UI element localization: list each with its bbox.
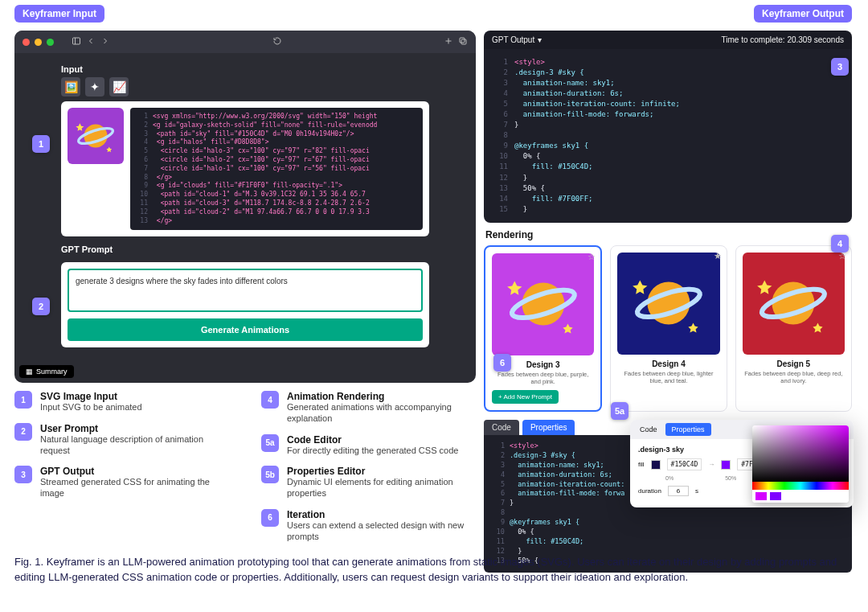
- stats-mode-icon[interactable]: 📈: [109, 77, 129, 97]
- prompt-section-label: GPT Prompt: [61, 244, 429, 254]
- tab-code[interactable]: Code: [484, 420, 519, 435]
- color-picker[interactable]: [752, 425, 849, 503]
- design-card[interactable]: ☆ Design 5 Fades between deep blue, deep…: [735, 245, 852, 412]
- left-app-window: Input 🖼️ ✦ 📈 1<svg xmlns="http://www.w3.…: [14, 31, 476, 383]
- design-cards-row: ☆ Design 3 Fades between deep blue, purp…: [484, 245, 852, 412]
- arrow-icon: →: [708, 461, 714, 468]
- add-new-prompt-button[interactable]: + Add New Prompt: [492, 390, 559, 404]
- prompt-card: generate 3 designs where the sky fades i…: [61, 262, 429, 347]
- legend-desc: Natural language description of animatio…: [40, 434, 229, 457]
- design-title: Design 3: [526, 360, 560, 369]
- legend-badge: 1: [14, 391, 32, 409]
- design-title: Design 4: [652, 359, 686, 368]
- figure-legend: 1 SVG Image Input Input SVG to be animat…: [14, 391, 476, 542]
- design-thumbnail: [492, 253, 594, 355]
- popover-tab-properties[interactable]: Properties: [665, 423, 711, 436]
- legend-title: GPT Output: [40, 466, 229, 477]
- legend-title: SVG Image Input: [40, 391, 142, 402]
- completion-time-label: Time to complete: 20.309 seconds: [722, 35, 845, 44]
- prompt-textarea[interactable]: generate 3 designs where the sky fades i…: [68, 269, 423, 312]
- sidebar-toggle-icon[interactable]: [72, 36, 81, 47]
- design-title: Design 5: [776, 359, 810, 368]
- marker-5a: 5a: [611, 402, 628, 420]
- duration-unit: s: [695, 487, 698, 495]
- legend-item: 5a Code Editor For directly editing the …: [261, 434, 476, 457]
- reload-icon[interactable]: [272, 36, 282, 47]
- tab-properties[interactable]: Properties: [522, 420, 575, 435]
- legend-item: 4 Animation Rendering Generated animatio…: [261, 391, 476, 425]
- keyframer-input-tag: Keyframer Input: [14, 5, 104, 23]
- traffic-light-max[interactable]: [47, 39, 54, 46]
- legend-title: User Prompt: [40, 423, 229, 434]
- legend-badge: 6: [261, 509, 279, 527]
- svg-rect-1: [460, 38, 465, 43]
- legend-desc: For directly editing the generated CSS c…: [287, 446, 458, 457]
- marker-2: 2: [32, 298, 50, 315]
- summary-label: Summary: [36, 368, 68, 376]
- legend-badge: 5a: [261, 434, 279, 452]
- picker-swatch-b[interactable]: [770, 492, 781, 500]
- pct-0: 0%: [665, 475, 674, 481]
- swatch-0[interactable]: [651, 460, 661, 470]
- generate-animations-button[interactable]: Generate Animations: [68, 318, 423, 341]
- color-picker-hue[interactable]: [752, 482, 849, 490]
- fill-label: fill: [638, 461, 645, 468]
- swatch-1[interactable]: [721, 460, 731, 470]
- input-mode-toolbar: 🖼️ ✦ 📈: [61, 77, 429, 97]
- summary-pill[interactable]: ▦ Summary: [19, 365, 74, 378]
- planet-icon: [73, 113, 118, 158]
- legend-badge: 3: [14, 466, 32, 483]
- legend-title: Iteration: [287, 509, 476, 520]
- duration-label: duration: [638, 487, 661, 495]
- legend-badge: 2: [14, 423, 32, 441]
- pct-1: 50%: [725, 475, 736, 481]
- design-card[interactable]: ☆ Design 3 Fades between deep blue, purp…: [484, 245, 602, 412]
- figure-caption: Fig. 1. Keyframer is an LLM-powered anim…: [14, 555, 854, 585]
- image-mode-icon[interactable]: 🖼️: [61, 77, 80, 97]
- legend-badge: 5b: [261, 466, 279, 483]
- color-picker-swatches: [752, 490, 849, 503]
- favorite-star-icon[interactable]: ★: [714, 251, 722, 261]
- legend-desc: Input SVG to be animated: [40, 402, 142, 413]
- legend-item: 6 Iteration Users can extend a selected …: [261, 509, 476, 543]
- color-picker-field[interactable]: [752, 425, 849, 482]
- legend-item: 3 GPT Output Streamed generated CSS for …: [14, 466, 229, 499]
- legend-item: 2 User Prompt Natural language descripti…: [14, 423, 229, 457]
- traffic-light-min[interactable]: [35, 39, 42, 46]
- favorite-star-icon[interactable]: ☆: [588, 252, 596, 262]
- star-mode-icon[interactable]: ✦: [85, 77, 104, 97]
- design-description: Fades between deep blue, purple, and pin…: [492, 371, 594, 385]
- marker-4: 4: [831, 235, 849, 253]
- legend-title: Code Editor: [287, 434, 458, 446]
- design-card[interactable]: ★ Design 4 Fades between deep blue, ligh…: [610, 245, 727, 412]
- duration-input[interactable]: 6: [668, 486, 689, 496]
- design-description: Fades between deep blue, lighter blue, a…: [617, 370, 719, 384]
- nav-back-icon[interactable]: [86, 36, 96, 47]
- chevron-down-icon[interactable]: ▾: [538, 35, 542, 44]
- svg-rect-0: [73, 38, 80, 44]
- traffic-light-close[interactable]: [23, 39, 30, 46]
- new-tab-icon[interactable]: [444, 36, 453, 47]
- nav-forward-icon[interactable]: [100, 36, 110, 47]
- svg-preview-thumbnail: [68, 108, 124, 164]
- legend-desc: Users can extend a selected design with …: [287, 520, 476, 543]
- gpt-output-header: GPT Output ▾ Time to complete: 20.309 se…: [484, 31, 852, 49]
- legend-badge: 4: [261, 391, 279, 409]
- picker-swatch-a[interactable]: [755, 492, 767, 500]
- keyframer-output-tag: Keyframer Output: [754, 5, 852, 23]
- popover-tab-code[interactable]: Code: [633, 423, 664, 436]
- svg-code-editor[interactable]: 1<svg xmlns="http://www.w3.org/2000/svg"…: [130, 108, 423, 230]
- legend-desc: Streamed generated CSS for animating the…: [40, 477, 229, 499]
- legend-title: Properties Editor: [287, 466, 476, 477]
- tabs-icon[interactable]: [458, 36, 468, 47]
- design-thumbnail: [743, 253, 845, 355]
- svg-rect-2: [461, 39, 466, 44]
- design-thumbnail: [617, 253, 719, 355]
- gpt-output-code[interactable]: 1<style>2.design-3 #sky {3 animation-nam…: [484, 49, 852, 223]
- hex-0[interactable]: #150C4D: [667, 458, 702, 470]
- design-description: Fades between deep blue, deep red, and i…: [743, 370, 845, 384]
- marker-3: 3: [831, 58, 849, 76]
- legend-item: 1 SVG Image Input Input SVG to be animat…: [14, 391, 229, 413]
- svg-input-card: 1<svg xmlns="http://www.w3.org/2000/svg"…: [61, 101, 429, 236]
- legend-desc: Generated animations with accompanying e…: [287, 402, 476, 425]
